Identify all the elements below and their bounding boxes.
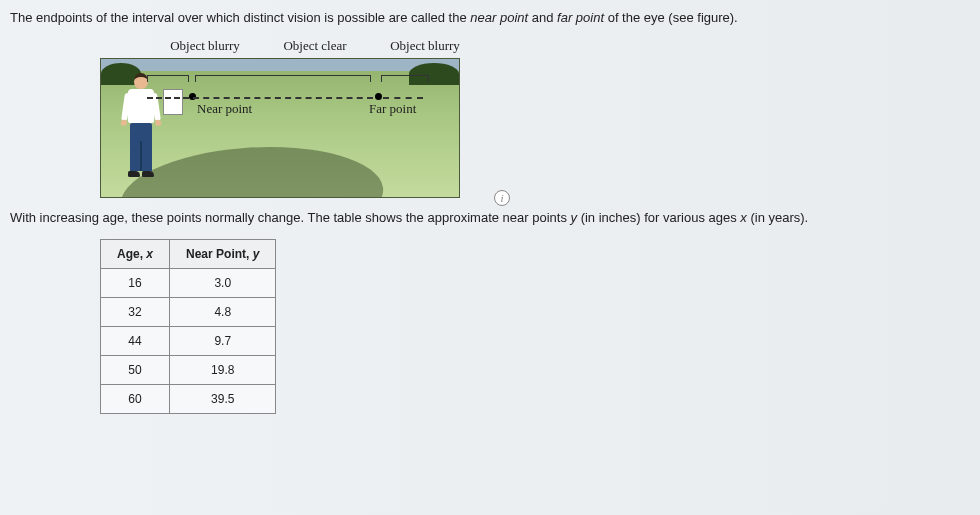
- col-header-age: Age, x: [101, 240, 170, 269]
- far-point-label: Far point: [369, 101, 416, 117]
- figure-scene: Near point Far point: [100, 58, 460, 198]
- near-point-label: Near point: [197, 101, 252, 117]
- figure-top-labels: Object blurry Object clear Object blurry: [100, 38, 480, 54]
- far-point-term: far point: [557, 10, 604, 25]
- label-object-blurry-far: Object blurry: [375, 38, 475, 54]
- table-row: 449.7: [101, 327, 276, 356]
- intro-paragraph: The endpoints of the interval over which…: [10, 8, 970, 28]
- label-object-blurry-near: Object blurry: [155, 38, 255, 54]
- intro-mid: and: [528, 10, 557, 25]
- label-object-clear: Object clear: [265, 38, 365, 54]
- mid-paragraph: With increasing age, these points normal…: [10, 208, 970, 228]
- table-row: 163.0: [101, 269, 276, 298]
- info-icon[interactable]: i: [494, 190, 510, 206]
- intro-post: of the eye (see figure).: [604, 10, 738, 25]
- near-point-term: near point: [470, 10, 528, 25]
- mid-pre: With increasing age, these points normal…: [10, 210, 571, 225]
- table-row: 6039.5: [101, 385, 276, 414]
- mid-post: (in years).: [747, 210, 808, 225]
- mid-1: (in inches) for various ages: [577, 210, 740, 225]
- table-row: 324.8: [101, 298, 276, 327]
- paper-icon: [163, 89, 183, 115]
- intro-pre: The endpoints of the interval over which…: [10, 10, 470, 25]
- col-header-near-point: Near Point, y: [170, 240, 276, 269]
- table-body: 163.0 324.8 449.7 5019.8 6039.5: [101, 269, 276, 414]
- person-icon: [121, 73, 161, 193]
- near-point-table: Age, x Near Point, y 163.0 324.8 449.7 5…: [100, 239, 276, 414]
- far-point-dot: [375, 93, 382, 100]
- table-row: 5019.8: [101, 356, 276, 385]
- vision-figure: Object blurry Object clear Object blurry…: [100, 38, 480, 198]
